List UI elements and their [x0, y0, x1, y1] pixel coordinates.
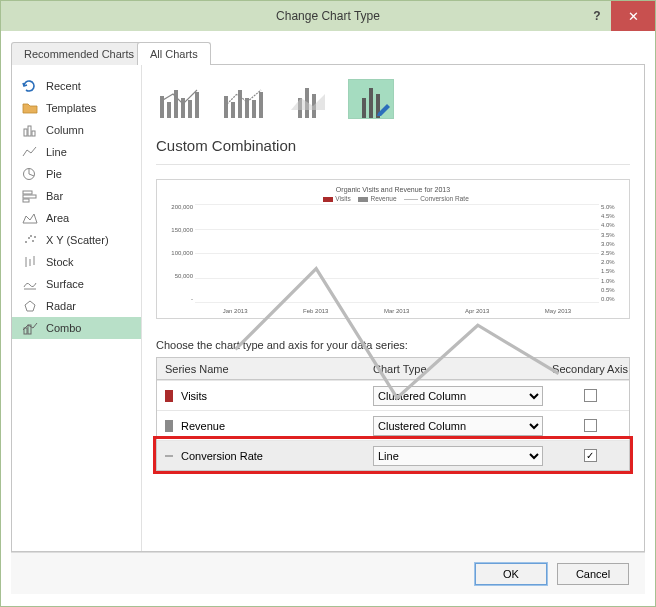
- help-button[interactable]: ?: [583, 1, 611, 31]
- dialog-window: Change Chart Type ? ✕ Recommended Charts…: [0, 0, 656, 607]
- titlebar: Change Chart Type ? ✕: [1, 1, 655, 31]
- svg-point-8: [28, 237, 30, 239]
- legend-swatch-visits: [323, 197, 333, 202]
- subtype-custom-combination[interactable]: [348, 79, 394, 119]
- sidebar-item-scatter[interactable]: X Y (Scatter): [12, 229, 141, 251]
- svg-rect-2: [32, 131, 35, 136]
- content-area: Recent Templates Column Line Pie: [11, 65, 645, 552]
- main-pane: Custom Combination Organic Visits and Re…: [142, 65, 644, 551]
- subtype-clustered-line[interactable]: [156, 79, 202, 119]
- sidebar-item-line[interactable]: Line: [12, 141, 141, 163]
- sidebar-item-label: Column: [46, 124, 84, 136]
- svg-rect-1: [28, 126, 31, 136]
- dialog-body: Recommended Charts All Charts Recent Tem…: [1, 31, 655, 606]
- y-axis-right: 5.0%4.5%4.0%3.5%3.0%2.5%2.0%1.5%1.0%0.5%…: [601, 204, 621, 302]
- svg-rect-0: [24, 129, 27, 136]
- sidebar-item-label: Surface: [46, 278, 84, 290]
- tab-all-charts[interactable]: All Charts: [137, 42, 211, 65]
- radar-icon: [22, 299, 38, 313]
- divider: [156, 164, 630, 165]
- sidebar-item-label: Radar: [46, 300, 76, 312]
- legend-line-conversion: [404, 199, 418, 200]
- pie-icon: [22, 167, 38, 181]
- sidebar-item-radar[interactable]: Radar: [12, 295, 141, 317]
- svg-point-11: [34, 236, 36, 238]
- bar-icon: [22, 189, 38, 203]
- svg-point-7: [25, 241, 27, 243]
- svg-point-10: [30, 235, 32, 237]
- sidebar-item-label: Area: [46, 212, 69, 224]
- folder-icon: [22, 101, 38, 115]
- tab-strip: Recommended Charts All Charts: [11, 41, 645, 65]
- subtype-clustered-line-secondary[interactable]: [220, 79, 266, 119]
- y-axis-left: 200,000150,000100,00050,000-: [165, 204, 193, 302]
- sidebar-item-column[interactable]: Column: [12, 119, 141, 141]
- sidebar-item-label: Recent: [46, 80, 81, 92]
- sidebar-item-label: Line: [46, 146, 67, 158]
- sidebar-item-label: X Y (Scatter): [46, 234, 109, 246]
- column-icon: [22, 123, 38, 137]
- tab-recommended-charts[interactable]: Recommended Charts: [11, 42, 147, 65]
- sidebar-item-bar[interactable]: Bar: [12, 185, 141, 207]
- combo-icon: [22, 321, 38, 335]
- preview-title: Organic Visits and Revenue for 2013: [165, 186, 621, 193]
- line-icon: [22, 145, 38, 159]
- chart-preview: Organic Visits and Revenue for 2013 Visi…: [156, 179, 630, 319]
- sidebar-item-label: Bar: [46, 190, 63, 202]
- sidebar: Recent Templates Column Line Pie: [12, 65, 142, 551]
- subtype-thumbnails: [142, 65, 644, 119]
- series-swatch: [165, 455, 173, 457]
- series-swatch: [165, 390, 173, 402]
- stock-icon: [22, 255, 38, 269]
- sidebar-item-label: Pie: [46, 168, 62, 180]
- sidebar-item-combo[interactable]: Combo: [12, 317, 141, 339]
- sidebar-item-label: Templates: [46, 102, 96, 114]
- x-axis: Jan 2013Feb 2013Mar 2013Apr 2013May 2013: [195, 308, 599, 314]
- sidebar-item-pie[interactable]: Pie: [12, 163, 141, 185]
- chart-area: 200,000150,000100,00050,000- 5.0%4.5%4.0…: [165, 204, 621, 314]
- sidebar-item-label: Combo: [46, 322, 81, 334]
- surface-icon: [22, 277, 38, 291]
- legend-swatch-revenue: [358, 197, 368, 202]
- sidebar-item-templates[interactable]: Templates: [12, 97, 141, 119]
- svg-rect-5: [23, 195, 36, 198]
- sidebar-item-area[interactable]: Area: [12, 207, 141, 229]
- svg-marker-15: [25, 301, 35, 311]
- plot-area: [195, 204, 599, 302]
- scatter-icon: [22, 233, 38, 247]
- svg-point-9: [32, 240, 34, 242]
- area-icon: [22, 211, 38, 225]
- sidebar-item-surface[interactable]: Surface: [12, 273, 141, 295]
- window-controls: ? ✕: [583, 1, 655, 31]
- subtype-stacked-area-column[interactable]: [284, 79, 330, 119]
- window-title: Change Chart Type: [1, 9, 655, 23]
- section-title: Custom Combination: [142, 119, 644, 158]
- close-button[interactable]: ✕: [611, 1, 655, 31]
- recent-icon: [22, 79, 38, 93]
- sidebar-item-recent[interactable]: Recent: [12, 75, 141, 97]
- svg-rect-6: [23, 199, 29, 202]
- preview-legend: Visits Revenue Conversion Rate: [165, 195, 621, 202]
- series-swatch: [165, 420, 173, 432]
- svg-rect-4: [23, 191, 32, 194]
- sidebar-item-stock[interactable]: Stock: [12, 251, 141, 273]
- sidebar-item-label: Stock: [46, 256, 74, 268]
